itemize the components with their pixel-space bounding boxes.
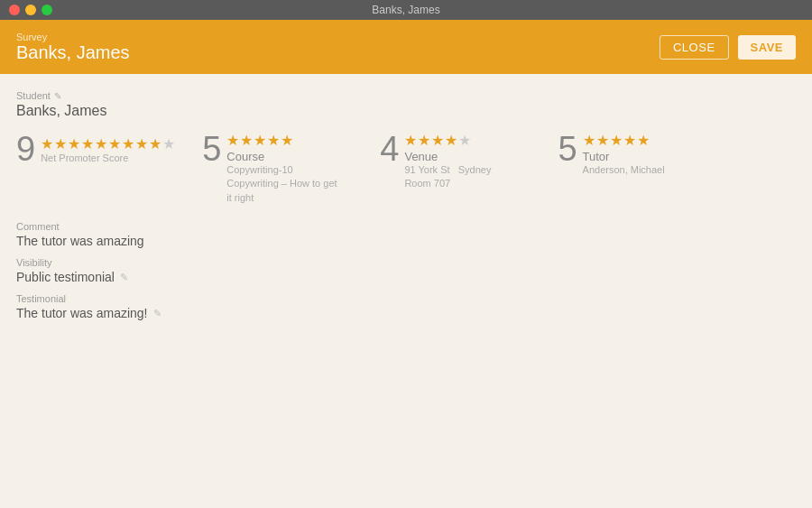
star-3: ★ bbox=[68, 135, 80, 152]
star-10: ★ bbox=[162, 135, 175, 152]
star-9: ★ bbox=[149, 135, 161, 152]
comment-label: Comment bbox=[16, 221, 796, 232]
comment-value: The tutor was amazing bbox=[16, 234, 796, 248]
course-detail: ★ ★ ★ ★ ★ Course Copywriting-10 Copywrit… bbox=[226, 132, 344, 205]
nps-number: 9 bbox=[16, 132, 35, 166]
close-traffic-light[interactable] bbox=[9, 5, 20, 15]
course-subtext: Copywriting-10 Copywriting – How to get … bbox=[226, 163, 344, 205]
venue-label: Venue bbox=[404, 150, 521, 163]
tutor-rating-block: 5 ★ ★ ★ ★ ★ Tutor Anderson, Michael bbox=[558, 132, 664, 177]
nps-stars: ★ ★ ★ ★ ★ ★ ★ ★ ★ ★ bbox=[41, 135, 175, 152]
content-area: Student ✎ Banks, James 9 ★ ★ ★ ★ ★ ★ ★ ★… bbox=[0, 74, 812, 508]
star-7: ★ bbox=[122, 135, 134, 152]
tutor-subtext: Anderson, Michael bbox=[583, 163, 665, 177]
header-student-name: Banks, James bbox=[16, 42, 130, 63]
testimonial-label: Testimonial bbox=[16, 293, 796, 304]
venue-rating-block: 4 ★ ★ ★ ★ ★ Venue 91 York St Sydney Room… bbox=[380, 132, 521, 191]
student-label: Student ✎ bbox=[16, 90, 796, 101]
venue-number: 4 bbox=[380, 132, 399, 166]
testimonial-section: Testimonial The tutor was amazing! ✎ bbox=[16, 293, 796, 320]
testimonial-edit-icon[interactable]: ✎ bbox=[153, 308, 161, 319]
visibility-value: Public testimonial ✎ bbox=[16, 270, 796, 284]
student-name: Banks, James bbox=[16, 103, 796, 119]
venue-subtext: 91 York St Sydney Room 707 bbox=[404, 163, 521, 191]
course-rating-block: 5 ★ ★ ★ ★ ★ Course Copywriting-10 Copywr… bbox=[202, 132, 344, 205]
star-4: ★ bbox=[81, 135, 94, 152]
comment-section: Comment The tutor was amazing bbox=[16, 221, 796, 248]
nps-label: Net Promoter Score bbox=[41, 152, 175, 163]
nps-block: 9 ★ ★ ★ ★ ★ ★ ★ ★ ★ ★ Net Promoter Score bbox=[16, 132, 175, 166]
minimize-traffic-light[interactable] bbox=[25, 5, 36, 15]
save-button[interactable]: SAVE bbox=[738, 35, 796, 60]
traffic-lights bbox=[9, 5, 52, 15]
tutor-stars: ★ ★ ★ ★ ★ bbox=[583, 132, 665, 149]
visibility-label: Visibility bbox=[16, 257, 796, 268]
course-number: 5 bbox=[202, 132, 221, 166]
testimonial-value: The tutor was amazing! ✎ bbox=[16, 306, 796, 320]
tutor-label: Tutor bbox=[583, 150, 665, 163]
maximize-traffic-light[interactable] bbox=[42, 5, 52, 15]
tutor-detail: ★ ★ ★ ★ ★ Tutor Anderson, Michael bbox=[583, 132, 665, 177]
venue-stars: ★ ★ ★ ★ ★ bbox=[404, 132, 521, 149]
close-button[interactable]: CLOSE bbox=[660, 35, 729, 60]
title-bar: Banks, James bbox=[0, 0, 812, 20]
student-edit-icon[interactable]: ✎ bbox=[54, 91, 61, 101]
star-8: ★ bbox=[135, 135, 148, 152]
header-bar: Survey Banks, James CLOSE SAVE bbox=[0, 20, 812, 74]
course-label: Course bbox=[226, 150, 344, 163]
header-left: Survey Banks, James bbox=[16, 32, 130, 63]
visibility-section: Visibility Public testimonial ✎ bbox=[16, 257, 796, 284]
header-actions: CLOSE SAVE bbox=[660, 35, 796, 60]
star-5: ★ bbox=[95, 135, 107, 152]
ratings-row: 9 ★ ★ ★ ★ ★ ★ ★ ★ ★ ★ Net Promoter Score bbox=[16, 132, 796, 205]
star-1: ★ bbox=[41, 135, 53, 152]
window-title: Banks, James bbox=[372, 4, 439, 16]
tutor-number: 5 bbox=[558, 132, 577, 166]
survey-label: Survey bbox=[16, 32, 130, 42]
star-2: ★ bbox=[54, 135, 67, 152]
venue-detail: ★ ★ ★ ★ ★ Venue 91 York St Sydney Room 7… bbox=[404, 132, 521, 191]
course-stars: ★ ★ ★ ★ ★ bbox=[226, 132, 344, 149]
nps-detail: ★ ★ ★ ★ ★ ★ ★ ★ ★ ★ Net Promoter Score bbox=[41, 132, 175, 163]
visibility-edit-icon[interactable]: ✎ bbox=[120, 272, 128, 283]
star-6: ★ bbox=[108, 135, 121, 152]
